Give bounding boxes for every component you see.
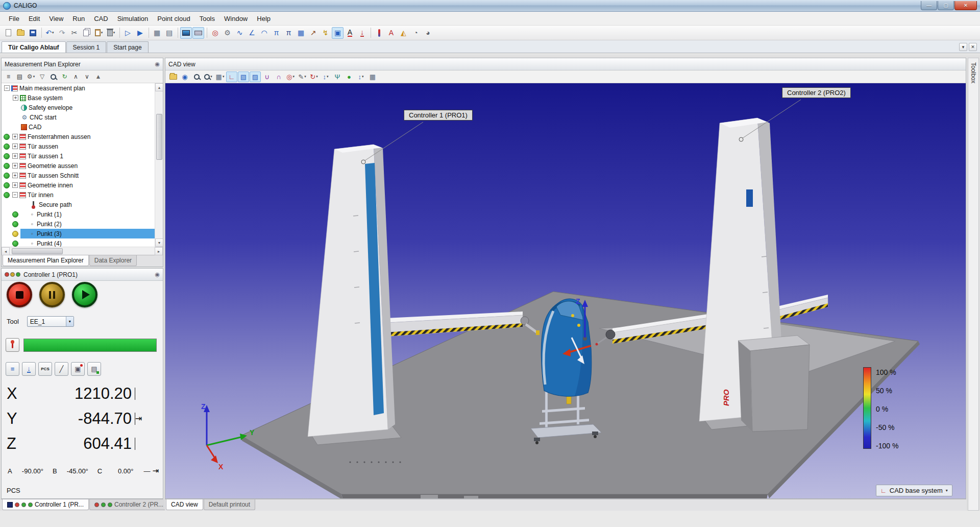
minimize-button[interactable]: — — [921, 1, 937, 10]
axes-xyz-icon[interactable]: ∟ — [226, 71, 237, 82]
axis-move-icon[interactable]: ⇥ — [135, 414, 142, 423]
tree-item-punkt-3[interactable]: ◦Punkt (3) — [2, 229, 155, 238]
menu-window[interactable]: Window — [219, 13, 252, 25]
speed-dial-icon[interactable]: ◕ — [422, 27, 434, 39]
tree-item-cnc-start[interactable]: ⚙CNC start — [2, 112, 155, 122]
tree-expander-icon[interactable]: + — [12, 182, 18, 188]
tree-item-cad[interactable]: CAD — [2, 122, 155, 132]
play-button[interactable] — [72, 282, 97, 307]
cad-3d-scene[interactable]: PRO Z — [165, 83, 966, 498]
tree-expander-icon[interactable]: + — [12, 153, 18, 159]
tree-item-punkt-4[interactable]: ◦Punkt (4) — [2, 238, 155, 247]
scale-factor-icon[interactable]: ◭ — [398, 27, 409, 39]
tree-horizontal-scrollbar[interactable]: ◂ ▸ — [2, 247, 163, 255]
maximize-button[interactable]: ▢ — [938, 1, 954, 10]
tree-item-safety-envelope[interactable]: Safety envelope — [2, 103, 155, 112]
expand-level-icon[interactable]: ∨ — [82, 71, 92, 82]
measure-point-icon[interactable]: ◎▾ — [285, 71, 296, 82]
check-text-icon[interactable]: A — [344, 27, 356, 39]
angle-icon[interactable]: ∠ — [246, 27, 258, 39]
move-probe-icon[interactable]: ↕▾ — [355, 71, 366, 82]
tab-close-button[interactable]: ✕ — [969, 43, 977, 51]
quick-measure-icon[interactable]: ↯ — [320, 27, 331, 39]
cad-base-system-select[interactable]: ∟ CAD base system ▾ — [876, 485, 952, 496]
tree-expander-icon[interactable]: + — [13, 95, 18, 101]
tab-data-explorer[interactable]: Data Explorer — [89, 255, 137, 266]
import-icon[interactable]: ↓ — [356, 27, 368, 39]
result-table-icon[interactable]: ▦ — [367, 71, 378, 82]
filter-icon[interactable]: ▽ — [37, 71, 47, 82]
pin-icon[interactable]: ◉ — [155, 61, 160, 67]
tab-start-page[interactable]: Start page — [107, 41, 148, 53]
cad-viewport[interactable]: PRO Z — [165, 83, 966, 498]
curve-upper-icon[interactable]: ∩ — [273, 71, 284, 82]
menu-edit[interactable]: Edit — [24, 13, 44, 25]
close-button[interactable]: ✕ — [954, 1, 977, 10]
pause-button[interactable] — [39, 282, 65, 307]
cad-sphere-icon[interactable]: ◉ — [179, 71, 190, 82]
copy-icon[interactable] — [81, 27, 92, 39]
tab-controller-2-pr[interactable]: Controller 2 (PR... — [89, 499, 168, 510]
delete-icon[interactable]: ▾ — [105, 27, 117, 39]
cad-open-icon[interactable] — [167, 71, 179, 82]
curve-lower-icon[interactable]: ∪ — [261, 71, 273, 82]
tree-item-t-r-aussen-schnitt[interactable]: +Tür aussen Schnitt — [2, 171, 155, 180]
find-icon[interactable] — [48, 71, 59, 82]
menu-view[interactable]: View — [44, 13, 68, 25]
table-view-icon[interactable]: ▦ — [151, 27, 163, 39]
probe-status-button[interactable] — [6, 338, 19, 352]
scroll-left-icon[interactable]: ◂ — [2, 247, 10, 255]
grid-mode-icon[interactable]: ▦▾ — [214, 71, 226, 82]
tool-qualification-icon[interactable]: ⚙ — [222, 27, 233, 39]
thermometer-icon[interactable] — [373, 27, 385, 39]
view-shaded-icon[interactable]: ▧ — [238, 71, 249, 82]
frame-mode-icon[interactable]: ▣ — [332, 27, 344, 39]
tree-item-base-system[interactable]: +Base system — [2, 93, 155, 103]
save-icon[interactable] — [27, 27, 39, 39]
pi-construct-icon[interactable]: π — [283, 27, 295, 39]
collapse-all-icon[interactable]: ∧ — [70, 71, 81, 82]
tab-default-printout[interactable]: Default printout — [204, 499, 255, 510]
plan-list-button[interactable]: ≡ — [6, 362, 19, 376]
tool-select[interactable]: EE_1 ▾ — [27, 316, 74, 327]
new-document-icon[interactable] — [3, 27, 14, 39]
menu-help[interactable]: Help — [252, 13, 275, 25]
tree-expander-icon[interactable]: + — [12, 163, 18, 169]
scroll-down-icon[interactable]: ▾ — [155, 238, 163, 247]
grid-feature-icon[interactable]: ▦ — [295, 27, 307, 39]
tree-item-t-r-aussen-1[interactable]: +Tür aussen 1 — [2, 151, 155, 161]
run-to-cursor-icon[interactable]: ▶ — [134, 27, 146, 39]
redo-icon[interactable]: ↷ — [56, 27, 68, 39]
tab-t-r-caligo-ablauf[interactable]: Tür Caligo Ablauf — [2, 41, 66, 53]
open-folder-icon[interactable] — [15, 27, 27, 39]
pi-feature-icon[interactable]: π — [271, 27, 282, 39]
tab-list-button[interactable]: ▾ — [959, 43, 967, 51]
cut-icon[interactable]: ✂ — [68, 27, 80, 39]
paste-icon[interactable]: ▾ — [93, 27, 105, 39]
refresh-icon[interactable]: ↻ — [59, 71, 70, 82]
goto-position-button[interactable]: ↓ — [22, 362, 36, 376]
tab-cad-view[interactable]: CAD view — [166, 499, 203, 510]
tree-item-punkt-1[interactable]: ◦Punkt (1) — [2, 209, 155, 219]
list-view-icon[interactable]: ≡ — [3, 71, 14, 82]
tree-item-t-r-aussen[interactable]: +Tür aussen — [2, 141, 155, 151]
undo-icon[interactable]: ↶▾ — [44, 27, 56, 39]
tree-expander-icon[interactable]: − — [4, 85, 10, 91]
menu-file[interactable]: File — [4, 13, 24, 25]
tree-expander-icon[interactable]: + — [12, 173, 18, 178]
temperature-warning-icon[interactable]: A — [385, 27, 397, 39]
gauge-icon[interactable]: ◔ — [410, 27, 422, 39]
virtual-keyboard-icon[interactable] — [192, 27, 204, 39]
vector-icon[interactable]: ↗ — [307, 27, 319, 39]
zoom-mode-icon[interactable]: ▾ — [203, 71, 214, 82]
tree-item-punkt-2[interactable]: ◦Punkt (2) — [2, 219, 155, 229]
tree-expander-icon[interactable]: + — [12, 143, 18, 149]
stop-button[interactable] — [7, 282, 32, 307]
zoom-icon[interactable] — [191, 71, 202, 82]
tree-item-geometrie-innen[interactable]: +Geometrie innen — [2, 180, 155, 190]
tree-vertical-scrollbar[interactable]: ▴ ▾ — [155, 83, 163, 247]
probe-axis-icon[interactable]: ↕▾ — [320, 71, 331, 82]
edit-geometry-icon[interactable]: ✎▾ — [297, 71, 308, 82]
settings-icon[interactable]: ⚙▾ — [26, 71, 36, 82]
scroll-up-icon[interactable]: ▴ — [155, 83, 163, 91]
